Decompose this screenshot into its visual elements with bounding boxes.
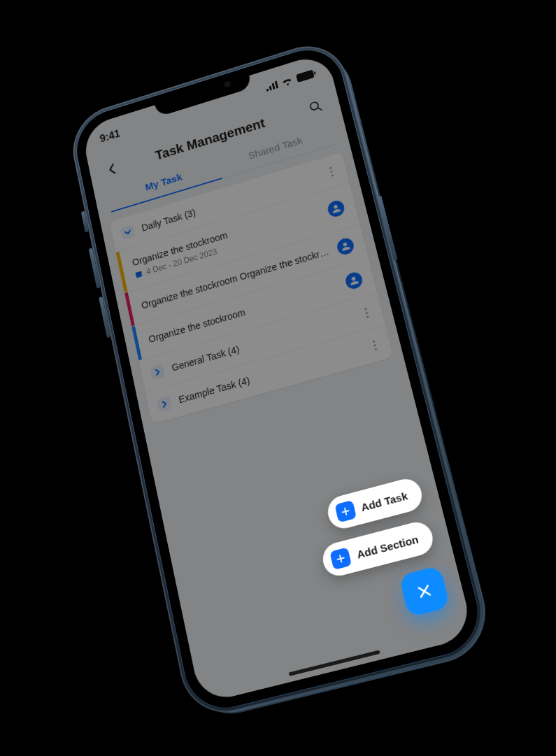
add-section-button[interactable]: Add Section — [320, 519, 436, 579]
search-icon — [308, 99, 324, 115]
section-menu-button[interactable] — [357, 306, 376, 320]
close-icon — [415, 581, 434, 601]
add-section-label: Add Section — [355, 532, 420, 560]
section-menu-button[interactable] — [322, 164, 340, 178]
status-time: 9:41 — [99, 128, 121, 145]
fab-menu: Add Task Add Section — [310, 476, 450, 635]
chevron-right-icon — [157, 396, 173, 413]
assignee-avatar[interactable] — [344, 271, 364, 291]
plus-icon — [330, 547, 352, 570]
search-button[interactable] — [304, 94, 327, 119]
chevron-right-icon — [150, 364, 165, 380]
section-menu-button[interactable] — [365, 338, 384, 352]
chevron-down-icon — [120, 224, 136, 241]
svg-point-0 — [310, 101, 319, 111]
add-task-button[interactable]: Add Task — [325, 476, 425, 532]
plus-icon — [334, 500, 357, 523]
battery-icon — [296, 69, 315, 83]
signal-icon — [265, 80, 278, 92]
home-indicator[interactable] — [288, 650, 380, 676]
add-task-label: Add Task — [359, 489, 408, 513]
fab-close-button[interactable] — [399, 565, 450, 617]
calendar-icon — [134, 269, 143, 279]
wifi-icon — [280, 76, 294, 87]
